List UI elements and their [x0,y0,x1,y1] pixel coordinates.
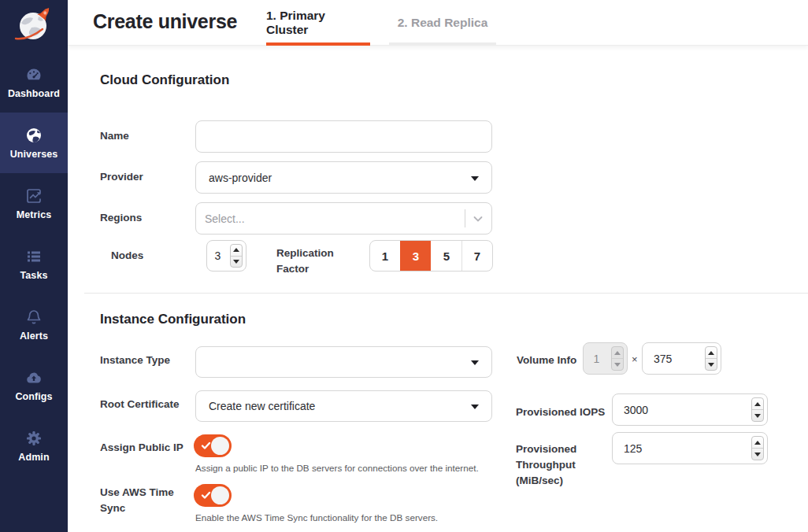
sidebar-item-label: Admin [18,452,49,463]
nodes-stepper[interactable]: 3 [206,240,246,272]
root-certificate-value: Create new certificate [209,400,315,412]
spinner-down-button[interactable] [706,359,717,370]
chevron-down-icon [471,212,485,226]
aws-time-sync-help: Enable the AWS Time Sync functionality f… [195,512,495,523]
globe-icon [24,126,43,145]
volume-size-value: 375 [643,343,700,374]
provider-value: aws-provider [209,172,272,184]
sidebar-item-label: Tasks [20,270,47,281]
spinner-up-button [612,347,623,359]
select-separator [465,209,465,227]
instance-configuration-heading: Instance Configuration [100,312,246,327]
bell-icon [24,308,43,327]
regions-placeholder: Select... [205,212,245,225]
yugabyte-logo[interactable] [13,4,55,48]
replication-factor-group: 1 3 5 7 [369,240,493,272]
sidebar-item-dashboard[interactable]: Dashboard [0,52,68,113]
list-icon [24,247,43,266]
page-header: Create universe 1. Primary Cluster 2. Re… [68,0,808,46]
name-input[interactable] [195,120,492,153]
chart-icon [24,187,43,205]
gauge-icon [24,65,43,84]
toggle-knob [211,437,229,455]
rf-option-7[interactable]: 7 [461,241,492,271]
sidebar-item-admin[interactable]: Admin [0,416,68,476]
spinner-buttons [230,244,243,268]
sidebar-item-universes[interactable]: Universes [0,113,68,173]
provisioned-iops-label: Provisioned IOPS [516,405,605,420]
provider-label: Provider [100,169,143,185]
nodes-label: Nodes [111,248,143,264]
sidebar-item-label: Dashboard [8,88,60,99]
caret-down-icon [471,360,479,365]
replication-factor-label: Replication Factor [276,246,349,277]
root-certificate-label: Root Certificate [100,397,180,412]
toggle-knob [211,486,229,504]
spinner-up-button[interactable] [752,398,763,410]
aws-time-sync-label: Use AWS Time Sync [100,485,188,516]
spinner-up-button[interactable] [231,245,242,257]
spinner-down-button[interactable] [752,449,763,460]
sidebar: Dashboard Universes Metrics Tasks Alerts [0,0,68,532]
spinner-up-button[interactable] [752,437,763,449]
aws-time-sync-toggle[interactable] [194,484,232,507]
volume-count-value: 1 [584,343,610,374]
volume-count-stepper: 1 [583,342,628,375]
assign-public-ip-label: Assign Public IP [100,440,183,456]
nodes-value: 3 [207,241,228,271]
main-content: Cloud Configuration Name Provider aws-pr… [68,46,808,532]
tab-read-replica[interactable]: 2. Read Replica [389,0,496,46]
instance-type-label: Instance Type [100,353,170,368]
section-divider [84,293,808,294]
spinner-buttons [751,397,764,422]
volume-multiplier: × [632,353,638,365]
tab-primary-cluster[interactable]: 1. Primary Cluster [266,0,370,46]
assign-public-ip-help: Assign a public IP to the DB servers for… [195,463,495,473]
provisioned-throughput-label: Provisioned Throughput (MiB/sec) [516,441,604,489]
volume-size-stepper[interactable]: 375 [642,342,721,375]
provisioned-throughput-value: 125 [613,433,747,464]
gear-icon [24,429,43,448]
root-certificate-select[interactable]: Create new certificate [195,390,492,422]
sidebar-item-tasks[interactable]: Tasks [0,234,68,294]
spinner-buttons [751,436,764,460]
provisioned-iops-value: 3000 [613,394,747,425]
page-title: Create universe [93,10,237,33]
spinner-down-button[interactable] [231,257,242,268]
create-universe-page: Dashboard Universes Metrics Tasks Alerts [0,0,808,532]
caret-down-icon [471,176,479,181]
rf-option-1[interactable]: 1 [370,241,400,271]
sidebar-item-metrics[interactable]: Metrics [0,173,68,234]
name-label: Name [100,128,129,144]
cloud-configuration-heading: Cloud Configuration [100,72,229,88]
sidebar-item-label: Metrics [17,209,51,220]
sidebar-item-alerts[interactable]: Alerts [0,294,68,355]
sidebar-item-label: Configs [15,391,52,402]
regions-label: Regions [100,210,142,226]
provider-select[interactable]: aws-provider [195,161,492,194]
rf-option-5[interactable]: 5 [431,241,461,271]
spinner-buttons [611,346,624,371]
regions-select[interactable]: Select... [195,202,492,235]
assign-public-ip-toggle[interactable] [194,434,232,457]
sidebar-item-label: Universes [10,149,58,160]
provisioned-throughput-stepper[interactable]: 125 [612,432,768,464]
check-icon [201,441,211,451]
spinner-up-button[interactable] [706,347,717,359]
sidebar-item-configs[interactable]: Configs [0,355,68,416]
rf-option-3[interactable]: 3 [400,241,431,271]
spinner-buttons [705,346,717,371]
instance-type-select[interactable] [195,346,492,378]
provisioned-iops-stepper[interactable]: 3000 [612,393,768,426]
spinner-down-button [612,359,623,370]
caret-down-icon [471,405,479,409]
sidebar-item-label: Alerts [20,331,48,342]
check-icon [201,490,211,501]
cloud-upload-icon [24,368,43,387]
spinner-down-button[interactable] [752,410,763,421]
volume-info-label: Volume Info [517,353,576,368]
